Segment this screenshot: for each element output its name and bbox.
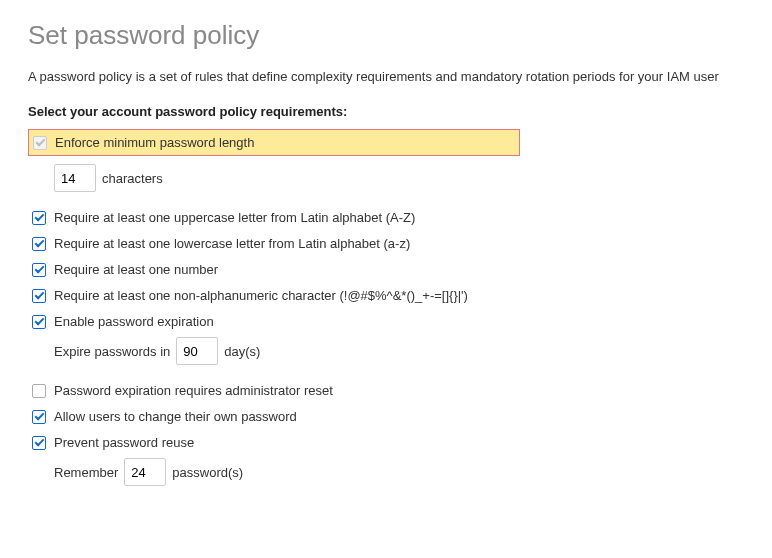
min-length-input[interactable] xyxy=(54,164,96,192)
min-length-label: Enforce minimum password length xyxy=(55,135,254,150)
lowercase-label: Require at least one lowercase letter fr… xyxy=(54,236,410,251)
prevent-reuse-suffix: password(s) xyxy=(172,465,243,480)
allow-change-checkbox[interactable] xyxy=(32,410,46,424)
expiration-sub-row: Expire passwords in day(s) xyxy=(54,337,744,365)
prevent-reuse-input[interactable] xyxy=(124,458,166,486)
option-allow-change-row: Allow users to change their own password xyxy=(28,405,744,428)
option-prevent-reuse-row: Prevent password reuse xyxy=(28,431,744,454)
prevent-reuse-prefix: Remember xyxy=(54,465,118,480)
min-length-suffix: characters xyxy=(102,171,163,186)
lowercase-checkbox[interactable] xyxy=(32,237,46,251)
section-label: Select your account password policy requ… xyxy=(28,104,744,119)
option-min-length-row: Enforce minimum password length xyxy=(28,129,520,156)
number-checkbox[interactable] xyxy=(32,263,46,277)
expiration-suffix: day(s) xyxy=(224,344,260,359)
policy-description: A password policy is a set of rules that… xyxy=(28,69,744,84)
option-uppercase-row: Require at least one uppercase letter fr… xyxy=(28,206,744,229)
allow-change-label: Allow users to change their own password xyxy=(54,409,297,424)
option-expiration-row: Enable password expiration xyxy=(28,310,744,333)
admin-reset-label: Password expiration requires administrat… xyxy=(54,383,333,398)
prevent-reuse-sub-row: Remember password(s) xyxy=(54,458,744,486)
nonalpha-checkbox[interactable] xyxy=(32,289,46,303)
expiration-input[interactable] xyxy=(176,337,218,365)
option-admin-reset-row: Password expiration requires administrat… xyxy=(28,379,744,402)
nonalpha-label: Require at least one non-alphanumeric ch… xyxy=(54,288,468,303)
expiration-checkbox[interactable] xyxy=(32,315,46,329)
uppercase-checkbox[interactable] xyxy=(32,211,46,225)
expiration-label: Enable password expiration xyxy=(54,314,214,329)
admin-reset-checkbox[interactable] xyxy=(32,384,46,398)
number-label: Require at least one number xyxy=(54,262,218,277)
min-length-sub-row: characters xyxy=(54,164,744,192)
prevent-reuse-label: Prevent password reuse xyxy=(54,435,194,450)
prevent-reuse-checkbox[interactable] xyxy=(32,436,46,450)
uppercase-label: Require at least one uppercase letter fr… xyxy=(54,210,415,225)
page-title: Set password policy xyxy=(28,20,744,51)
min-length-checkbox[interactable] xyxy=(33,136,47,150)
option-lowercase-row: Require at least one lowercase letter fr… xyxy=(28,232,744,255)
option-number-row: Require at least one number xyxy=(28,258,744,281)
option-nonalpha-row: Require at least one non-alphanumeric ch… xyxy=(28,284,744,307)
expiration-prefix: Expire passwords in xyxy=(54,344,170,359)
